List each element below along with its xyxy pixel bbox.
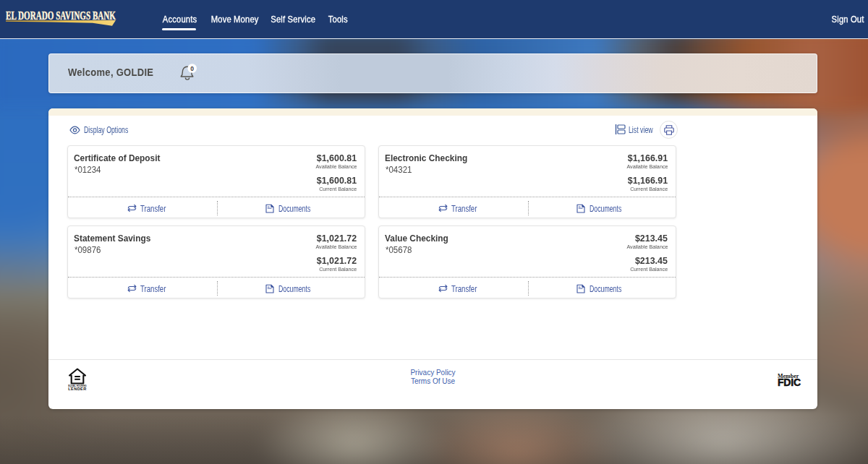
svg-text:EL DORADO SAVINGS BANK: EL DORADO SAVINGS BANK [6, 9, 116, 22]
svg-text:0: 0 [190, 65, 194, 72]
svg-text:LENDER: LENDER [68, 387, 86, 391]
